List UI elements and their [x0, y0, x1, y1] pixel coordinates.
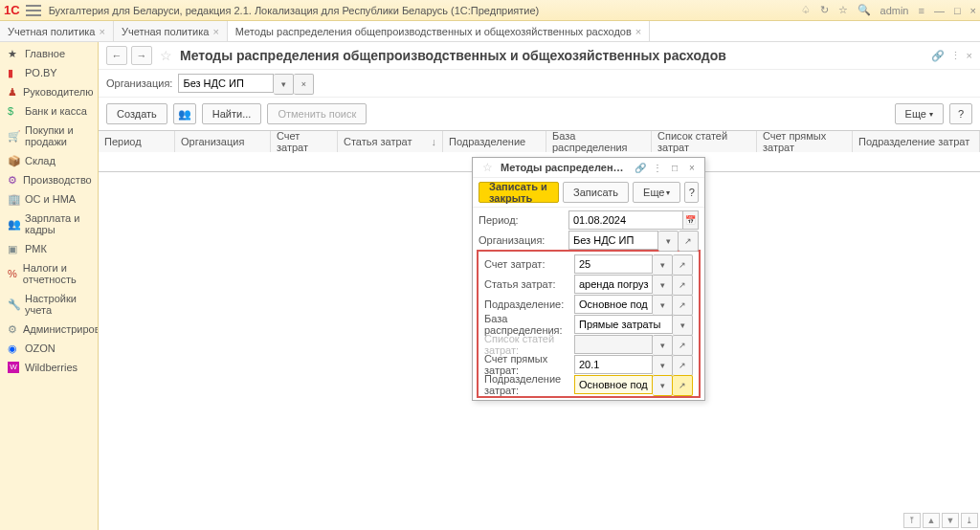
user-label[interactable]: admin: [880, 5, 909, 16]
tab-close-icon[interactable]: ×: [99, 26, 104, 37]
sidebar-item-stock[interactable]: 📦Склад: [0, 151, 98, 170]
sidebar-item-manager[interactable]: ♟Руководителю: [0, 82, 98, 101]
tab-item[interactable]: Учетная политика×: [0, 21, 114, 41]
people-icon: 👥: [8, 218, 19, 230]
dropdown-icon[interactable]: ▾: [653, 295, 673, 316]
dropdown-icon: ▾: [653, 335, 673, 356]
sidebar-item-rmk[interactable]: ▣РМК: [0, 239, 98, 258]
search-icon[interactable]: 🔍: [858, 4, 871, 16]
sidebar-item-main[interactable]: ★Главное: [0, 44, 98, 63]
save-close-button[interactable]: Записать и закрыть: [479, 182, 559, 203]
minimize-icon[interactable]: —: [934, 5, 945, 16]
link-icon[interactable]: 🔗: [931, 50, 945, 62]
forward-button[interactable]: →: [131, 46, 152, 65]
col-direct[interactable]: Счет прямых затрат: [757, 131, 853, 152]
dialog-close-icon[interactable]: ×: [685, 163, 699, 173]
open-icon[interactable]: ↗: [673, 295, 693, 316]
tab-item[interactable]: Учетная политика×: [114, 21, 228, 41]
notification-icon[interactable]: ♤: [801, 4, 811, 16]
col-account[interactable]: Счет затрат: [271, 131, 338, 152]
org-combo[interactable]: ▾ ×: [178, 74, 314, 93]
field-costdept: Подразделение затрат: ▾↗: [479, 374, 699, 394]
settings-icon[interactable]: ≡: [918, 5, 924, 16]
direct-input[interactable]: [574, 355, 653, 374]
open-icon[interactable]: ↗: [673, 254, 693, 276]
sidebar-item-tax[interactable]: %Налоги и отчетность: [0, 258, 98, 289]
tab-item[interactable]: Методы распределения общепроизводственны…: [228, 21, 650, 41]
dialog-pin-icon[interactable]: □: [668, 163, 681, 173]
clear-icon[interactable]: ×: [294, 74, 314, 95]
favorite-icon[interactable]: ☆: [838, 4, 848, 16]
col-item[interactable]: Статья затрат↓: [338, 131, 443, 152]
cancel-find-button[interactable]: Отменить поиск: [267, 103, 367, 124]
sidebar-item-bank[interactable]: $Банк и касса: [0, 101, 98, 121]
dropdown-icon[interactable]: ▾: [673, 315, 693, 336]
tab-close-icon[interactable]: ×: [635, 26, 641, 37]
copy-button[interactable]: 👥: [173, 103, 196, 124]
dialog-help-button[interactable]: ?: [684, 182, 699, 203]
save-button[interactable]: Записать: [563, 182, 629, 203]
costdept-input[interactable]: [574, 375, 653, 394]
sidebar-item-wb[interactable]: WWildberries: [0, 358, 98, 377]
col-dept[interactable]: Подразделение: [443, 131, 546, 152]
col-base[interactable]: База распределения: [546, 131, 652, 152]
col-costdept[interactable]: Подразделение затрат: [853, 131, 980, 152]
dropdown-icon[interactable]: ▾: [653, 355, 673, 376]
col-org[interactable]: Организация: [175, 131, 271, 152]
sidebar-item-admin[interactable]: ⚙Администрирование: [0, 320, 98, 339]
open-icon: ↗: [673, 335, 693, 356]
sidebar-item-ozon[interactable]: ◉OZON: [0, 339, 98, 358]
col-period[interactable]: Период: [99, 131, 175, 152]
sidebar-item-salary[interactable]: 👥Зарплата и кадры: [0, 209, 98, 239]
col-list[interactable]: Список статей затрат: [652, 131, 757, 152]
base-input[interactable]: [574, 315, 673, 334]
more-icon[interactable]: ⋮: [950, 50, 961, 62]
find-button[interactable]: Найти...: [202, 103, 262, 124]
scroll-top-icon[interactable]: ⤒: [903, 513, 921, 528]
close-page-icon[interactable]: ×: [967, 50, 972, 62]
menu-icon[interactable]: [26, 5, 41, 16]
favorite-toggle[interactable]: ☆: [160, 48, 172, 63]
dialog-more-button[interactable]: Еще ▾: [633, 182, 680, 203]
titlebar: 1С Бухгалтерия для Беларуси, редакция 2.…: [0, 0, 980, 21]
scroll-bottom-icon[interactable]: ⤓: [961, 513, 978, 528]
open-icon[interactable]: ↗: [679, 231, 699, 252]
history-icon[interactable]: ↻: [820, 4, 829, 16]
maximize-icon[interactable]: □: [954, 5, 961, 16]
dropdown-icon[interactable]: ▾: [653, 375, 673, 396]
field-direct: Счет прямых затрат: ▾↗: [479, 354, 699, 374]
dialog-more-icon[interactable]: ⋮: [651, 163, 664, 173]
more-button[interactable]: Еще ▾: [895, 103, 944, 124]
close-icon[interactable]: ×: [970, 5, 976, 16]
open-icon[interactable]: ↗: [673, 375, 693, 396]
open-icon[interactable]: ↗: [673, 355, 693, 376]
back-button[interactable]: ←: [106, 46, 127, 65]
sidebar-item-prod[interactable]: ⚙Производство: [0, 170, 98, 189]
scroll-up-icon[interactable]: ▲: [923, 513, 940, 528]
period-input[interactable]: [568, 210, 683, 230]
sidebar-item-settings[interactable]: 🔧Настройки учета: [0, 289, 98, 320]
dropdown-icon[interactable]: ▾: [658, 231, 679, 252]
help-button[interactable]: ?: [949, 103, 972, 124]
dropdown-icon[interactable]: ▾: [274, 74, 294, 95]
dropdown-icon[interactable]: ▾: [653, 275, 673, 296]
sidebar-item-assets[interactable]: 🏢ОС и НМА: [0, 189, 98, 209]
item-input[interactable]: [574, 275, 653, 294]
calendar-icon[interactable]: 📅: [683, 210, 699, 230]
sidebar: ★Главное ▮PO.BY ♟Руководителю $Банк и ка…: [0, 42, 99, 530]
page-title: Методы распределения общепроизводственны…: [180, 48, 726, 63]
scroll-down-icon[interactable]: ▼: [942, 513, 959, 528]
org-dialog-input[interactable]: [568, 231, 658, 250]
dialog-favorite-icon[interactable]: ☆: [482, 161, 493, 174]
account-input[interactable]: [574, 254, 653, 274]
sidebar-item-trade[interactable]: 🛒Покупки и продажи: [0, 121, 98, 151]
tab-close-icon[interactable]: ×: [212, 26, 218, 37]
open-icon[interactable]: ↗: [673, 275, 693, 296]
dialog-link-icon[interactable]: 🔗: [634, 163, 647, 173]
dropdown-icon[interactable]: ▾: [653, 254, 673, 276]
create-button[interactable]: Создать: [106, 103, 167, 124]
dept-input[interactable]: [574, 295, 653, 314]
page-header: ← → ☆ Методы распределения общепроизводс…: [99, 42, 980, 70]
org-input[interactable]: [178, 74, 274, 93]
sidebar-item-poby[interactable]: ▮PO.BY: [0, 63, 98, 82]
